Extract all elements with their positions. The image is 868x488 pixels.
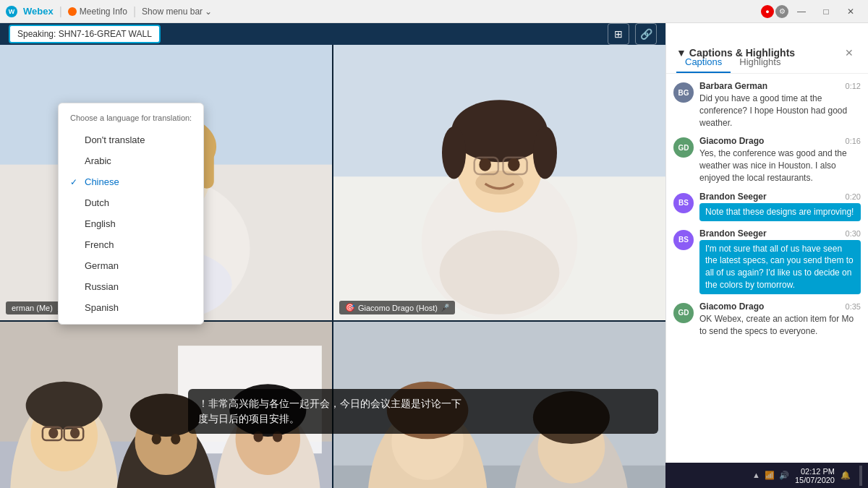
close-button[interactable]: ✕ — [839, 0, 862, 23]
check-chinese: ✓ — [70, 177, 80, 187]
message-text-1: Did you have a good time at the conferen… — [699, 93, 861, 129]
lang-dont-translate[interactable]: Don't translate — [59, 129, 203, 150]
up-arrow-icon[interactable]: ▲ — [752, 471, 760, 480]
right-panel: ▼ Captions & Highlights ✕ Captions Highl… — [665, 23, 868, 463]
message-highlighted-4: I'm not sure that all of us have seen th… — [699, 240, 861, 294]
lang-label-2: Chinese — [85, 176, 119, 187]
message-name-2: Giacomo Drago — [699, 136, 764, 146]
window-controls: ● ⚙ — □ ✕ — [761, 0, 862, 23]
caption-line-1: ！非常高兴能与各位一起开会，今日的会议主题是讨论一下 — [198, 396, 648, 411]
separator2: | — [133, 5, 136, 18]
svg-point-30 — [70, 428, 80, 439]
message-text-2: Yes, the conference was good and the wea… — [699, 147, 861, 184]
message-meta-3: Brandon Seeger 0:20 — [699, 192, 861, 202]
meeting-dot-icon — [68, 7, 77, 16]
message-time-5: 0:35 — [846, 302, 861, 311]
lang-label-7: Russian — [85, 281, 119, 292]
avatar-bg: BG — [673, 82, 694, 103]
message-meta-1: Barbara German 0:12 — [699, 81, 861, 91]
message-meta-4: Brandon Seeger 0:30 — [699, 228, 861, 239]
lang-arabic[interactable]: Arabic — [59, 150, 203, 171]
svg-point-36 — [152, 434, 161, 445]
grid-view-button[interactable]: ⊞ — [608, 23, 629, 45]
volume-icon[interactable]: 🔊 — [779, 471, 789, 480]
main-container: Speaking: SHN7-16-GREAT WALL ⊞ 🔗 — [0, 23, 868, 463]
lang-label-5: French — [85, 239, 114, 250]
caption-line-2: 度与日后的项目安排。 — [198, 411, 648, 427]
dropdown-header: Choose a language for translation: — [59, 109, 203, 129]
link-button[interactable]: 🔗 — [635, 23, 657, 45]
lang-spanish[interactable]: Spanish — [59, 297, 203, 318]
topbar-icons: ⊞ 🔗 — [608, 23, 657, 45]
captions-overlay: ！非常高兴能与各位一起开会，今日的会议主题是讨论一下 度与日后的项目安排。 — [188, 389, 658, 434]
message-row-1: BG Barbara German 0:12 Did you have a go… — [673, 81, 861, 129]
avatar-gd-1: GD — [673, 137, 694, 158]
minimize-button[interactable]: — — [790, 0, 813, 23]
message-content-3: Brandon Seeger 0:20 Note that these desi… — [699, 192, 861, 221]
message-time-3: 0:20 — [846, 192, 861, 201]
video-cell-2: 🎯 Giacomo Drago (Host) 🎤 — [333, 45, 665, 320]
notifications-icon[interactable]: 🔔 — [841, 471, 851, 480]
clock[interactable]: 02:12 PM 15/07/2020 — [795, 467, 835, 484]
lang-label-8: Spanish — [85, 302, 119, 313]
lang-russian[interactable]: Russian — [59, 276, 203, 297]
lang-label-6: German — [85, 260, 119, 271]
message-time-2: 0:16 — [846, 137, 861, 145]
participant-name-1: erman (Me) — [12, 304, 53, 312]
network-icon[interactable]: 📶 — [765, 471, 775, 480]
show-menu-chevron: ⌄ — [205, 7, 212, 17]
lang-german[interactable]: German — [59, 255, 203, 276]
record-indicator: ● — [761, 5, 774, 18]
panel-tabs: Captions Highlights — [676, 52, 789, 73]
svg-point-16 — [533, 127, 557, 179]
panel-header: ▼ Captions & Highlights ✕ Captions Highl… — [666, 23, 868, 74]
settings-icon[interactable]: ⚙ — [775, 5, 788, 18]
svg-point-14 — [451, 100, 548, 162]
avatar-gd-2: GD — [673, 303, 694, 323]
lang-chinese[interactable]: ✓ Chinese — [59, 171, 203, 192]
system-tray-icons: ▲ 📶 🔊 — [752, 471, 789, 480]
maximize-button[interactable]: □ — [814, 0, 838, 23]
message-name-4: Brandon Seeger — [699, 228, 767, 239]
show-desktop-button[interactable] — [859, 466, 862, 486]
svg-point-18 — [508, 158, 520, 171]
lang-french[interactable]: French — [59, 234, 203, 255]
avatar-bs-1: BS — [673, 193, 694, 213]
show-menu-button[interactable]: Show menu bar ⌄ — [142, 7, 212, 17]
lang-dutch[interactable]: Dutch — [59, 192, 203, 213]
svg-point-28 — [26, 382, 103, 429]
panel-close-button[interactable]: ✕ — [841, 44, 858, 61]
message-meta-2: Giacomo Drago 0:16 — [699, 136, 861, 146]
separator: | — [59, 5, 62, 18]
tab-highlights[interactable]: Highlights — [731, 52, 789, 73]
message-time-4: 0:30 — [846, 229, 861, 238]
participant-name-2: Giacomo Drago (Host) — [358, 304, 438, 312]
app-name: Webex — [23, 6, 54, 17]
message-name-1: Barbara German — [699, 81, 767, 91]
taskbar-right: ▲ 📶 🔊 02:12 PM 15/07/2020 🔔 — [752, 466, 862, 486]
show-menu-label: Show menu bar — [142, 7, 203, 17]
video-area: Speaking: SHN7-16-GREAT WALL ⊞ 🔗 — [0, 23, 665, 463]
message-content-5: Giacomo Drago 0:35 OK Webex, create an a… — [699, 301, 861, 338]
titlebar: W Webex | Meeting Info | Show menu bar ⌄… — [0, 0, 868, 23]
tab-captions[interactable]: Captions — [676, 52, 731, 73]
participant-label-2: 🎯 Giacomo Drago (Host) 🎤 — [339, 301, 455, 314]
lang-english[interactable]: English — [59, 213, 203, 234]
meeting-info-button[interactable]: Meeting Info — [68, 7, 127, 17]
date-display: 15/07/2020 — [795, 476, 835, 484]
message-row-2: GD Giacomo Drago 0:16 Yes, the conferenc… — [673, 136, 861, 184]
message-highlighted-3: Note that these designs are improving! — [699, 203, 861, 221]
video-topbar: Speaking: SHN7-16-GREAT WALL ⊞ 🔗 — [0, 23, 665, 45]
message-name-5: Giacomo Drago — [699, 301, 764, 312]
message-row-4: BS Brandon Seeger 0:30 I'm not sure that… — [673, 228, 861, 294]
host-icon: 🎯 — [345, 303, 355, 312]
language-dropdown[interactable]: Choose a language for translation: Don't… — [58, 103, 204, 325]
meeting-info-label: Meeting Info — [80, 7, 127, 17]
speaking-badge: Speaking: SHN7-16-GREAT WALL — [9, 25, 161, 43]
webex-logo-icon: W — [6, 6, 17, 17]
message-row-3: BS Brandon Seeger 0:20 Note that these d… — [673, 192, 861, 221]
lang-label-4: English — [85, 218, 116, 229]
message-row-5: GD Giacomo Drago 0:35 OK Webex, create a… — [673, 301, 861, 338]
svg-point-37 — [171, 434, 180, 445]
message-meta-5: Giacomo Drago 0:35 — [699, 301, 861, 312]
